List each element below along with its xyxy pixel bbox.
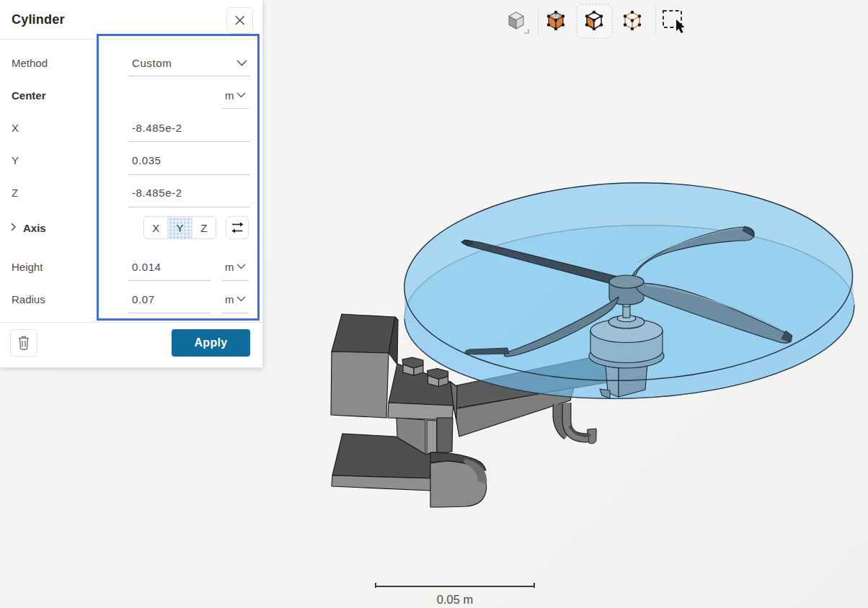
- svg-text:0.05 m: 0.05 m: [437, 593, 473, 606]
